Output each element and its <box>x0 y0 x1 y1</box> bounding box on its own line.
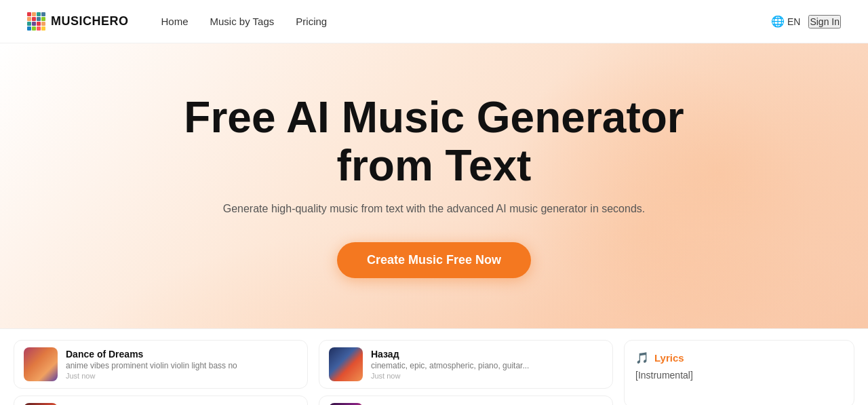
hero-title-line2: from Text <box>337 141 532 190</box>
card-desc: cinematic, epic, atmospheric, piano, gui… <box>371 361 603 370</box>
card-time: Just now <box>371 372 603 380</box>
music-card-dance-of-dreams[interactable]: Dance of Dreams anime vibes prominent vi… <box>14 340 308 389</box>
music-note-icon: 🎵 <box>635 351 649 364</box>
card-thumbnail <box>329 347 363 381</box>
lyrics-header: 🎵 Lyrics <box>635 351 843 364</box>
thumbnail-image <box>24 347 58 381</box>
card-desc: anime vibes prominent violin violin ligh… <box>66 361 298 370</box>
nav-home[interactable]: Home <box>161 16 189 27</box>
card-thumbnail <box>24 347 58 381</box>
music-card-sapnon[interactable]: सपनों की रंगीनियाँ melodic pop dreamy <box>14 396 308 405</box>
logo-text: MUSICHERO <box>51 14 129 28</box>
nav-music-by-tags[interactable]: Music by Tags <box>210 16 275 27</box>
globe-icon: 🌐 <box>771 15 785 28</box>
hero-subtitle: Generate high-quality music from text wi… <box>223 203 646 215</box>
card-info: Назад cinematic, epic, atmospheric, pian… <box>371 349 603 380</box>
navbar: MUSICHERO Home Music by Tags Pricing 🌐 E… <box>0 0 868 43</box>
card-title: Назад <box>371 349 603 360</box>
cards-col-left: Dance of Dreams anime vibes prominent vi… <box>14 340 308 405</box>
music-cards-grid: Dance of Dreams anime vibes prominent vi… <box>14 340 613 405</box>
sign-in-button[interactable]: Sign In <box>808 15 841 28</box>
lyrics-panel: 🎵 Lyrics [Instrumental] <box>624 340 854 405</box>
cards-col-right: Назад cinematic, epic, atmospheric, pian… <box>319 340 613 405</box>
language-selector[interactable]: 🌐 EN <box>771 15 800 28</box>
logo-icon <box>27 12 45 31</box>
card-title: Dance of Dreams <box>66 349 298 360</box>
nav-right: 🌐 EN Sign In <box>771 15 841 28</box>
nav-pricing[interactable]: Pricing <box>296 16 327 27</box>
music-card-electric-whispers[interactable]: Electric Whispers 140bpm hypnotic raw te… <box>319 396 613 405</box>
hero-section: Free AI Music Generator from Text Genera… <box>0 43 868 328</box>
logo[interactable]: MUSICHERO <box>27 12 129 31</box>
hero-title-line1: Free AI Music Generator <box>184 93 684 142</box>
lyrics-label: Lyrics <box>654 352 684 364</box>
lyrics-content: [Instrumental] <box>635 370 843 381</box>
thumbnail-image <box>329 347 363 381</box>
lang-label: EN <box>787 16 800 27</box>
card-time: Just now <box>66 372 298 380</box>
music-card-nazad[interactable]: Назад cinematic, epic, atmospheric, pian… <box>319 340 613 389</box>
nav-links: Home Music by Tags Pricing <box>161 16 771 27</box>
hero-title: Free AI Music Generator from Text <box>184 94 684 189</box>
cards-section: Dance of Dreams anime vibes prominent vi… <box>0 328 868 405</box>
card-info: Dance of Dreams anime vibes prominent vi… <box>66 349 298 380</box>
create-music-button[interactable]: Create Music Free Now <box>337 242 531 278</box>
